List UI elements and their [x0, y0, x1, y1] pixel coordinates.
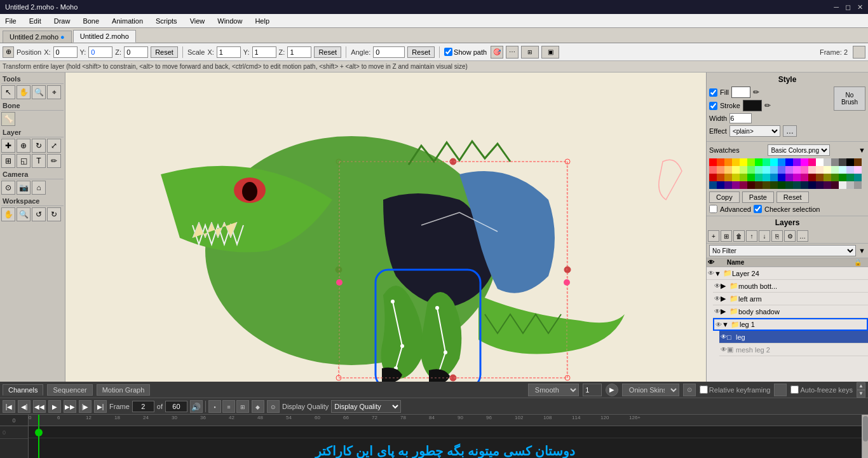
color-cell[interactable]: [801, 181, 808, 189]
color-cell[interactable]: [770, 174, 778, 181]
view-mode-2[interactable]: ≡: [222, 400, 235, 413]
color-cell[interactable]: [824, 181, 831, 189]
tl-down-btn[interactable]: ▼: [857, 390, 865, 398]
menu-window[interactable]: Window: [215, 16, 245, 26]
color-cell[interactable]: [824, 174, 831, 181]
show-path-icon[interactable]: 🎯: [491, 46, 503, 59]
tab-untitled-2[interactable]: Untitled 2.moho: [73, 30, 136, 43]
color-cell[interactable]: [854, 174, 862, 181]
fill-color-swatch[interactable]: [731, 87, 750, 98]
layer-item-leftarm[interactable]: 👁 ▶ 📁 left arm: [713, 293, 868, 305]
reset-angle-button[interactable]: Reset: [407, 46, 435, 58]
view-mode-3[interactable]: ⊞: [236, 400, 249, 413]
layer-up-btn[interactable]: ↑: [746, 230, 757, 242]
go-to-start-btn[interactable]: |◀: [3, 400, 15, 413]
layer-tool-offset[interactable]: ⤢: [47, 139, 61, 153]
color-cell[interactable]: [755, 181, 763, 189]
layer-eye[interactable]: 👁: [715, 321, 722, 328]
position-x-input[interactable]: [53, 46, 78, 58]
color-cell[interactable]: [785, 181, 793, 189]
keyframe-diamond-icon[interactable]: [774, 384, 787, 396]
color-cell[interactable]: [763, 158, 770, 166]
color-cell[interactable]: [755, 166, 763, 174]
color-cell[interactable]: [763, 181, 770, 189]
show-path-checkbox[interactable]: Show path: [444, 48, 487, 56]
color-cell[interactable]: [785, 158, 793, 166]
color-cell[interactable]: [793, 166, 801, 174]
layer-expand[interactable]: ▶: [721, 282, 729, 290]
color-cell[interactable]: [747, 158, 755, 166]
color-cell[interactable]: [846, 158, 854, 166]
color-cell[interactable]: [747, 174, 755, 181]
layer-tool-add[interactable]: ✚: [1, 139, 15, 153]
layer-delete-btn[interactable]: 🗑: [733, 230, 745, 242]
tool-magnet[interactable]: ⌖: [47, 85, 61, 99]
reset-swatch-button[interactable]: Reset: [776, 191, 809, 203]
effect-more-button[interactable]: …: [783, 125, 797, 137]
color-cell[interactable]: [778, 181, 785, 189]
workspace-tool-2[interactable]: 🔍: [17, 207, 31, 221]
color-cell[interactable]: [755, 174, 763, 181]
auto-freeze-label[interactable]: Auto-freeze keys: [790, 385, 853, 394]
path-options-icon[interactable]: ⋯: [506, 46, 519, 59]
step-fwd-btn[interactable]: |▶: [79, 400, 92, 413]
layer-tool-rotate[interactable]: ↻: [32, 139, 46, 153]
menu-animation[interactable]: Animation: [109, 16, 146, 26]
color-cell[interactable]: [709, 181, 717, 189]
color-cell[interactable]: [778, 174, 785, 181]
color-cell[interactable]: [839, 158, 846, 166]
color-cell[interactable]: [747, 181, 755, 189]
layer-item-24[interactable]: 👁 ▼ 📁 Layer 24: [707, 267, 868, 280]
color-cell[interactable]: [831, 181, 839, 189]
onion-icon[interactable]: ⊙: [683, 384, 696, 396]
menu-draw[interactable]: Draw: [51, 16, 73, 26]
menu-file[interactable]: File: [3, 16, 19, 26]
total-frames-input[interactable]: [165, 401, 187, 412]
go-to-end-btn[interactable]: ▶|: [94, 400, 107, 413]
color-cell[interactable]: [770, 158, 778, 166]
color-cell[interactable]: [709, 158, 717, 166]
layer-expand[interactable]: ▼: [722, 321, 731, 328]
menu-help[interactable]: Help: [252, 16, 272, 26]
settings-icon[interactable]: [853, 46, 865, 59]
onion-select[interactable]: Onion Skins: [622, 384, 679, 396]
layer-eye[interactable]: 👁: [721, 346, 727, 353]
layer-tool-5[interactable]: ⊞: [1, 154, 15, 168]
tl-zoom-icon[interactable]: ⊙: [267, 400, 280, 413]
stroke-checkbox[interactable]: [709, 102, 717, 110]
tab-untitled-1[interactable]: Untitled 2.moho ●: [3, 31, 72, 43]
layer-down-btn[interactable]: ↓: [759, 230, 770, 242]
color-cell[interactable]: [732, 181, 740, 189]
play-btn[interactable]: ▶: [48, 400, 61, 413]
color-cell[interactable]: [732, 174, 740, 181]
advanced-checkbox[interactable]: [709, 205, 717, 213]
checker-checkbox[interactable]: [754, 205, 762, 213]
motion-graph-tab[interactable]: Motion Graph: [97, 384, 151, 396]
color-cell[interactable]: [816, 174, 824, 181]
tool-zoom[interactable]: 🔍: [32, 85, 46, 99]
effect-select[interactable]: <plain>: [729, 125, 780, 137]
color-cell[interactable]: [808, 181, 816, 189]
workspace-tool-1[interactable]: ✋: [1, 207, 15, 221]
camera-tool-2[interactable]: 📷: [17, 181, 31, 195]
swatch-preset-select[interactable]: Basic Colors.png: [768, 144, 830, 156]
workspace-tool-3[interactable]: ↺: [32, 207, 46, 221]
color-cell[interactable]: [770, 181, 778, 189]
volume-btn[interactable]: 🔊: [190, 400, 203, 413]
play-icon[interactable]: ▶: [606, 384, 618, 396]
stroke-color-swatch[interactable]: [743, 100, 762, 111]
camera-tool-3[interactable]: ⌂: [32, 181, 46, 195]
color-cell[interactable]: [793, 174, 801, 181]
angle-input[interactable]: [373, 46, 405, 58]
color-cell[interactable]: [846, 166, 854, 174]
layer-item-mouth[interactable]: 👁 ▶ 📁 mouth bott...: [713, 280, 868, 293]
color-cell[interactable]: [709, 166, 717, 174]
sequencer-tab[interactable]: Sequencer: [47, 384, 92, 396]
maximize-btn[interactable]: ◻: [845, 3, 851, 11]
grid-icon[interactable]: ⊞: [521, 46, 539, 59]
color-cell[interactable]: [732, 158, 740, 166]
color-cell[interactable]: [724, 181, 732, 189]
color-cell[interactable]: [778, 166, 785, 174]
color-cell[interactable]: [839, 166, 846, 174]
smooth-select[interactable]: Smooth: [528, 384, 579, 396]
